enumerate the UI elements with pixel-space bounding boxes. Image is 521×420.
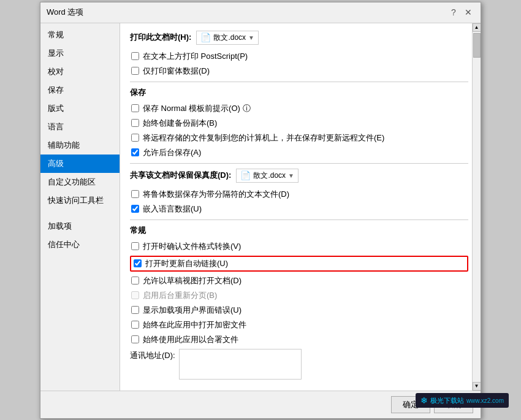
coauthoring-label[interactable]: 始终使用此应用以合署文件: [143, 334, 238, 345]
repaginate-checkbox: [131, 291, 139, 299]
share-text-checkbox[interactable]: [131, 190, 139, 198]
share-dropdown-arrow: ▼: [288, 172, 294, 179]
sidebar-item-layout[interactable]: 版式: [40, 99, 120, 118]
address-label: 通讯地址(D):: [130, 349, 175, 361]
save-backup-label[interactable]: 始终创建备份副本(B): [143, 118, 217, 129]
doc-icon: 📄: [200, 32, 211, 42]
general-option-encrypted: 始终在此应用中打开加密文件: [130, 319, 468, 330]
print-option-postscript: 在文本上方打印 PostScript(P): [130, 51, 468, 62]
update-links-checkbox[interactable]: [134, 259, 142, 267]
watermark: ❄ 极光下载站 www.xz2.com: [416, 393, 509, 408]
draft-view-checkbox[interactable]: [131, 277, 139, 284]
dropdown-arrow: ▼: [248, 34, 254, 41]
addin-errors-label[interactable]: 显示加载项用户界面错误(U): [143, 305, 241, 316]
sidebar-item-customize-ribbon[interactable]: 自定义功能区: [40, 173, 120, 191]
sidebar-item-display[interactable]: 显示: [40, 44, 120, 63]
share-file-dropdown[interactable]: 📄 散文.docx ▼: [236, 169, 299, 183]
print-file-dropdown[interactable]: 📄 散文.docx ▼: [196, 31, 259, 45]
format-convert-label[interactable]: 打开时确认文件格式转换(V): [143, 241, 241, 252]
repaginate-label: 启用后台重新分页(B): [143, 290, 217, 301]
separator-2: [130, 163, 468, 164]
watermark-icon: ❄: [420, 395, 428, 405]
help-button[interactable]: ?: [447, 6, 460, 18]
general-option-links-highlighted: 打开时更新自动链接(U): [130, 256, 468, 272]
scroll-down-btn[interactable]: ▼: [473, 382, 481, 391]
update-links-label[interactable]: 打开时更新自动链接(U): [145, 258, 228, 269]
save-background-checkbox[interactable]: [131, 148, 139, 156]
sidebar-item-proofing[interactable]: 校对: [40, 63, 120, 81]
sidebar-item-trust-center[interactable]: 信任中心: [40, 235, 120, 254]
scroll-up-btn[interactable]: ▲: [473, 23, 481, 32]
separator-1: [130, 82, 468, 82]
watermark-url: www.xz2.com: [466, 397, 504, 404]
scrollbar-track: ▲ ▼: [472, 23, 481, 391]
share-section-header: 共享该文档时保留保真度(D): 📄 散文.docx ▼: [130, 169, 468, 183]
save-normal-checkbox[interactable]: [131, 104, 139, 112]
print-filename: 散文.docx: [213, 32, 246, 43]
postscript-label[interactable]: 在文本上方打印 PostScript(P): [143, 51, 248, 62]
save-option-remote: 将远程存储的文件复制到您的计算机上，并在保存时更新远程文件(E): [130, 132, 468, 143]
dialog-footer: 确定 取消: [40, 391, 481, 418]
formdata-label[interactable]: 仅打印窗体数据(D): [143, 66, 210, 77]
print-section-header: 打印此文档时(H): 📄 散文.docx ▼: [130, 31, 468, 45]
save-section-header: 保存: [130, 87, 468, 98]
save-option-background: 允许后台保存(A): [130, 147, 468, 158]
sidebar-item-language[interactable]: 语言: [40, 118, 120, 136]
share-option-lang: 嵌入语言数据(U): [130, 204, 468, 215]
postscript-checkbox[interactable]: [131, 52, 139, 60]
general-option-addin-errors: 显示加载项用户界面错误(U): [130, 305, 468, 316]
general-option-coauthoring: 始终使用此应用以合署文件: [130, 334, 468, 345]
save-normal-label[interactable]: 保存 Normal 模板前提示(O) ⓘ: [143, 103, 251, 114]
general-option-pagination: 启用后台重新分页(B): [130, 290, 468, 301]
share-text-label[interactable]: 将鲁体数据保存为带分隔符的文本文件(D): [143, 189, 289, 200]
encrypted-checkbox[interactable]: [131, 321, 139, 329]
save-background-label[interactable]: 允许后台保存(A): [143, 147, 201, 158]
address-input[interactable]: [179, 349, 302, 380]
share-lang-label[interactable]: 嵌入语言数据(U): [143, 204, 202, 215]
format-convert-checkbox[interactable]: [131, 242, 139, 250]
sidebar-item-advanced[interactable]: 高级: [40, 155, 120, 173]
sidebar-item-general[interactable]: 常规: [40, 26, 120, 44]
formdata-checkbox[interactable]: [131, 67, 139, 75]
word-options-dialog: Word 选项 ? ✕ 常规 显示 校对 保存 版式 语言 辅助功能 高级 自定…: [40, 2, 481, 419]
addin-errors-checkbox[interactable]: [131, 306, 139, 314]
close-button[interactable]: ✕: [462, 6, 474, 18]
dialog-title: Word 选项: [47, 7, 83, 18]
scroll-thumb[interactable]: [473, 33, 481, 58]
print-label: 打印此文档时(H):: [130, 32, 191, 43]
sidebar-item-addins[interactable]: 加载项: [40, 217, 120, 235]
draft-view-label[interactable]: 允许以草稿视图打开文档(D): [143, 275, 241, 286]
save-remote-label[interactable]: 将远程存储的文件复制到您的计算机上，并在保存时更新远程文件(E): [143, 132, 384, 143]
coauthoring-checkbox[interactable]: [131, 335, 139, 343]
save-option-normal: 保存 Normal 模板前提示(O) ⓘ: [130, 103, 468, 114]
dialog-body: 常规 显示 校对 保存 版式 语言 辅助功能 高级 自定义功能区 快速访问工具栏…: [40, 23, 481, 391]
print-option-formdata: 仅打印窗体数据(D): [130, 66, 468, 77]
encrypted-label[interactable]: 始终在此应用中打开加密文件: [143, 319, 246, 330]
content-area: 打印此文档时(H): 📄 散文.docx ▼ 在文本上方打印 PostScrip…: [120, 23, 481, 391]
share-option-text: 将鲁体数据保存为带分隔符的文本文件(D): [130, 189, 468, 200]
save-backup-checkbox[interactable]: [131, 119, 139, 127]
share-filename: 散文.docx: [253, 170, 286, 181]
sidebar-item-spacer: [40, 210, 120, 217]
general-option-draft: 允许以草稿视图打开文档(D): [130, 275, 468, 286]
general-option-format: 打开时确认文件格式转换(V): [130, 241, 468, 252]
save-remote-checkbox[interactable]: [131, 134, 139, 142]
address-row: 通讯地址(D):: [130, 349, 468, 380]
title-bar: Word 选项 ? ✕: [40, 2, 481, 23]
sidebar-item-save[interactable]: 保存: [40, 81, 120, 99]
share-label: 共享该文档时保留保真度(D):: [130, 170, 231, 181]
sidebar-item-accessibility[interactable]: 辅助功能: [40, 136, 120, 155]
sidebar-item-quick-access[interactable]: 快速访问工具栏: [40, 191, 120, 210]
share-lang-checkbox[interactable]: [131, 205, 139, 213]
separator-3: [130, 220, 468, 220]
watermark-text: 极光下载站: [430, 396, 464, 405]
general-section-header: 常规: [130, 225, 468, 236]
save-option-backup: 始终创建备份副本(B): [130, 118, 468, 129]
share-doc-icon: 📄: [240, 170, 251, 180]
title-bar-buttons: ? ✕: [447, 6, 474, 18]
sidebar: 常规 显示 校对 保存 版式 语言 辅助功能 高级 自定义功能区 快速访问工具栏…: [40, 23, 120, 391]
